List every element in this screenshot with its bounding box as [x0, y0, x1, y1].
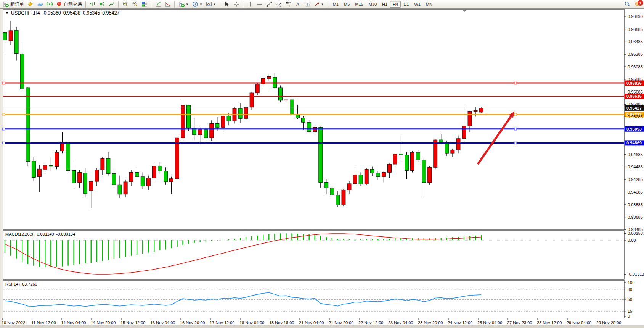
time-axis-label: 16 Nov 20:00	[180, 320, 205, 325]
dropdown-caret-icon: ▼	[199, 3, 202, 6]
time-axis-label: 29 Nov 20:00	[596, 320, 621, 325]
timeframe-mn[interactable]: MN	[423, 1, 435, 8]
tile-windows-icon	[141, 1, 148, 7]
level-handle[interactable]	[3, 113, 5, 116]
macd-pane[interactable]	[3, 231, 624, 279]
candle-bullish	[428, 167, 432, 182]
fibonacci-tool-button[interactable]: F	[284, 0, 293, 8]
rsi-axis-label: 80	[628, 287, 632, 292]
main-pane[interactable]	[3, 9, 624, 229]
search-button[interactable]	[623, 0, 632, 8]
level-handle[interactable]	[514, 82, 517, 84]
market-watch-button[interactable]	[26, 0, 35, 8]
text-tool-button[interactable]: A	[293, 0, 302, 8]
ohlc-close: 0.95427	[102, 10, 119, 16]
candle-bullish	[434, 140, 437, 167]
candle-bullish	[89, 181, 93, 191]
new-order-button[interactable]: 新订单	[1, 0, 26, 8]
signals-button[interactable]	[45, 0, 54, 8]
chart-shift-button[interactable]	[154, 0, 163, 8]
chart-menu-triangle-icon[interactable]: ▼	[5, 11, 9, 15]
timeframe-m5[interactable]: M5	[341, 1, 352, 8]
candle-bullish	[267, 76, 271, 78]
vertical-line-tool-button[interactable]	[246, 0, 255, 8]
price-axis-label: 0.94485	[628, 165, 643, 169]
ohlc-open: 0.95360	[44, 10, 61, 16]
new-order-icon	[3, 1, 9, 7]
candle-bullish	[61, 142, 64, 151]
time-axis-label: 22 Nov 12:00	[358, 320, 383, 325]
timeframe-m30[interactable]: M30	[366, 1, 379, 8]
candle-bullish	[479, 108, 483, 112]
bar-chart-button[interactable]	[88, 0, 97, 8]
candlestick-chart-button[interactable]	[98, 0, 107, 8]
candle-bullish	[9, 31, 13, 41]
candle-bearish	[302, 118, 305, 123]
cursor-tool-button[interactable]	[222, 0, 231, 8]
timeframe-h4[interactable]: H4	[390, 1, 401, 8]
candle-bearish	[296, 115, 300, 118]
line-chart-button[interactable]	[107, 0, 116, 8]
level-handle[interactable]	[514, 113, 517, 116]
rsi-axis-label: 100	[628, 280, 634, 285]
level-handle[interactable]	[514, 142, 517, 144]
price-axis-label: 0.94685	[628, 152, 643, 157]
chart-symbol: USDCHF-,H4	[11, 10, 40, 16]
add-indicator-button[interactable]: ▼	[177, 0, 190, 8]
rsi-axis-label: 15	[628, 309, 632, 313]
timeframe-m1[interactable]: M1	[330, 1, 341, 8]
timeframe-h1[interactable]: H1	[379, 1, 390, 8]
ohlc-high: 0.95438	[63, 10, 80, 16]
candle-bullish	[347, 184, 351, 190]
price-axis-label: 0.96890	[628, 14, 643, 19]
community-button[interactable]	[35, 0, 45, 8]
chat-badge: 1	[638, 0, 643, 6]
tile-windows-button[interactable]	[140, 0, 149, 8]
time-axis-label: 28 Nov 12:00	[537, 320, 562, 325]
rsi-pane-label: RSI(14) 63.7260	[5, 282, 37, 286]
toolbar-separator	[85, 1, 86, 8]
trendline-icon	[266, 1, 272, 7]
macd-axis-label: -0.013133	[628, 272, 644, 276]
candle-bearish	[238, 108, 242, 118]
candle-bearish	[14, 30, 18, 54]
channel-tool-button[interactable]: E	[274, 0, 283, 8]
candle-bearish	[445, 142, 449, 154]
arrows-tool-button[interactable]: ▼	[312, 0, 326, 8]
templates-button[interactable]: ▼	[204, 0, 218, 8]
level-handle[interactable]	[3, 82, 5, 84]
crosshair-tool-button[interactable]	[232, 0, 241, 8]
candle-bearish	[164, 171, 167, 182]
trendline-tool-button[interactable]	[265, 0, 274, 8]
time-axis-label: 15 Nov 12:00	[120, 320, 145, 325]
auto-scroll-button[interactable]	[163, 0, 172, 8]
timeframe-d1[interactable]: D1	[401, 1, 411, 8]
toolbar: 新订单	[0, 0, 644, 9]
candle-bearish	[359, 175, 363, 184]
candle-bullish	[250, 93, 254, 107]
zoom-in-button[interactable]	[121, 0, 130, 8]
level-handle[interactable]	[3, 128, 5, 130]
chart-title[interactable]: ▼ USDCHF-,H4 0.95360 0.95438 0.95345 0.9…	[5, 10, 119, 16]
level-handle[interactable]	[3, 142, 5, 144]
candle-bullish	[244, 107, 248, 119]
timeframe-m15[interactable]: M15	[352, 1, 366, 8]
text-label-tool-button[interactable]: T	[303, 0, 312, 8]
rsi-pane[interactable]	[3, 280, 624, 318]
periods-clock-button[interactable]: ▼	[191, 0, 204, 8]
level-handle[interactable]	[514, 128, 517, 130]
horizontal-line-tool-button[interactable]	[255, 0, 264, 8]
time-axis-label: 18 Nov 04:00	[239, 320, 264, 325]
zoom-out-button[interactable]	[130, 0, 140, 8]
candle-bearish	[290, 100, 294, 115]
chat-button[interactable]: 1	[634, 1, 642, 8]
timeframe-w1[interactable]: W1	[411, 1, 423, 8]
candle-bullish	[43, 165, 47, 170]
time-axis-label: 14 Nov 20:00	[91, 320, 116, 325]
search-icon	[624, 1, 630, 7]
price-axis-label: 0.93885	[628, 202, 643, 207]
candle-bearish	[330, 188, 334, 195]
chart-canvas[interactable]: 0.958260.956160.954270.953230.950930.948…	[0, 0, 644, 328]
auto-trading-icon	[56, 1, 62, 7]
auto-trading-button[interactable]: 自动交易	[55, 0, 84, 8]
